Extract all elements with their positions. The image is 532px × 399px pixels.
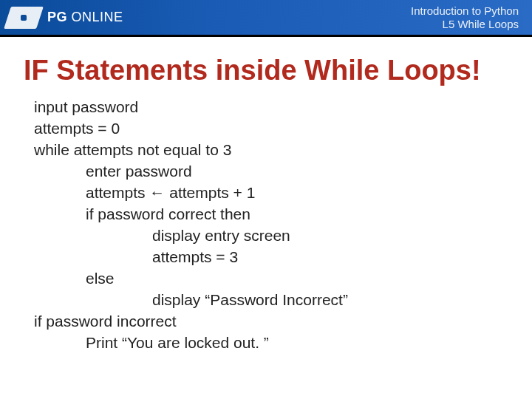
code-line: input password (34, 97, 508, 118)
code-line: enter password (34, 161, 508, 183)
header-bar: PG ONLINE Introduction to Python L5 Whil… (0, 0, 532, 37)
brand-logo: PG ONLINE (7, 7, 123, 29)
brand-text: PG ONLINE (47, 10, 123, 25)
brand-bold: PG (47, 10, 67, 24)
pseudocode-block: input passwordattempts = 0while attempts… (24, 97, 508, 354)
slide-content: IF Statements inside While Loops! input … (0, 37, 532, 354)
code-line: attempts ← attempts + 1 (34, 183, 508, 204)
code-line: if password correct then (34, 204, 508, 225)
code-line: if password incorrect (34, 311, 508, 332)
code-line: attempts = 3 (34, 247, 508, 268)
slide-heading: IF Statements inside While Loops! (24, 55, 508, 86)
code-line: attempts = 0 (34, 118, 508, 140)
code-line: Print “You are locked out. ” (34, 332, 508, 354)
lesson-title: L5 While Loops (411, 18, 519, 31)
code-line: display entry screen (34, 225, 508, 247)
header-titles: Introduction to Python L5 While Loops (411, 4, 519, 31)
logo-dot-icon (21, 15, 27, 21)
code-line: display “Password Incorrect” (34, 290, 508, 311)
logo-icon (4, 7, 44, 29)
code-line: else (34, 268, 508, 290)
brand-rest: ONLINE (67, 10, 123, 24)
course-title: Introduction to Python (411, 4, 519, 18)
code-line: while attempts not equal to 3 (34, 140, 508, 161)
